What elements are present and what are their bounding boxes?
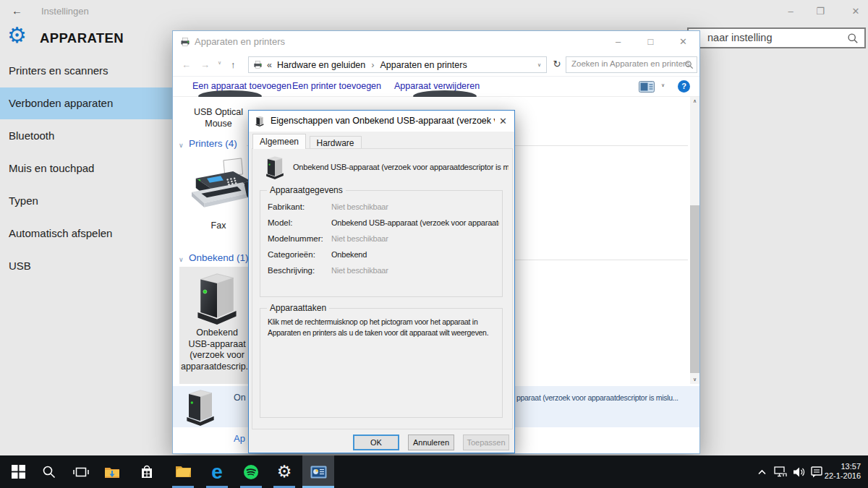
file-explorer-button[interactable] xyxy=(167,455,199,488)
search-icon[interactable] xyxy=(684,60,694,69)
section-collapse-icon[interactable]: ∨ xyxy=(179,142,184,149)
group-apparaatgegevens: Apparaatgegevens Fabrikant: Niet beschik… xyxy=(260,190,503,297)
properties-dialog: Eigenschappen van Onbekend USB-apparaat … xyxy=(248,110,515,453)
refresh-button[interactable]: ↻ xyxy=(550,56,564,73)
nav-history-chevron-icon[interactable]: ∨ xyxy=(218,60,221,66)
dialog-close-button[interactable]: ✕ xyxy=(499,111,507,132)
apply-button[interactable]: Toepassen xyxy=(463,435,509,450)
window-title: Apparaten en printers xyxy=(195,31,285,53)
section-header-onbekend[interactable]: Onbekend (1) xyxy=(189,252,249,263)
device-label-usb-optical-mouse[interactable]: USB Optical Mouse xyxy=(185,107,252,129)
dialog-tab-page: Onbekend USB-apparaat (verzoek voor appa… xyxy=(252,148,513,429)
breadcrumb-hardware-en-geluiden[interactable]: Hardware en geluiden xyxy=(277,60,365,70)
unknown-device-tile[interactable]: Onbekend USB-apparaat (verzoek voor appa… xyxy=(179,267,255,384)
help-button[interactable]: ? xyxy=(678,80,690,93)
clock-date: 22-1-2016 xyxy=(820,471,861,481)
nav-back-button[interactable]: ← xyxy=(182,56,191,73)
tray-network-button[interactable] xyxy=(771,455,790,488)
tray-volume-button[interactable] xyxy=(790,455,809,488)
view-options-dropdown-icon[interactable]: ∨ xyxy=(661,82,665,88)
section-header-printers[interactable]: Printers (4) xyxy=(189,138,237,149)
field-value: Onbekend xyxy=(331,250,499,259)
scroll-up-icon[interactable]: ∧ xyxy=(690,98,699,104)
maximize-button[interactable]: □ xyxy=(634,31,667,53)
add-printer-button[interactable]: Een printer toevoegen xyxy=(292,77,381,96)
tray-clock[interactable]: 13:57 22-1-2016 xyxy=(820,462,861,481)
settings-search-value: naar instelling xyxy=(707,32,772,43)
device-category-partial-text: Ap xyxy=(234,433,245,444)
scrollbar-thumb[interactable] xyxy=(690,205,699,373)
label-line: Onbekend xyxy=(179,328,255,339)
navigation-bar: ← → ∨ ↑ « Hardware en geluiden › Apparat… xyxy=(173,53,699,77)
task-view-icon xyxy=(73,466,89,479)
store-button[interactable] xyxy=(131,455,163,488)
downloads-folder-button[interactable] xyxy=(96,455,128,488)
breadcrumb-separator-icon[interactable]: › xyxy=(371,60,374,70)
sidebar-item-printers-en-scanners[interactable]: Printers en scanners xyxy=(9,60,164,82)
explorer-search-input[interactable]: Zoeken in Apparaten en printers xyxy=(566,56,697,73)
settings-search-input[interactable]: naar instelling xyxy=(687,27,866,48)
tray-show-hidden-icons-button[interactable] xyxy=(752,455,771,488)
fax-printer-icon[interactable] xyxy=(187,158,257,218)
selected-device-name-right: pparaat (verzoek voor apparaatdescriptor… xyxy=(516,393,694,402)
taskbar-search-button[interactable] xyxy=(33,455,65,488)
device-label-fax[interactable]: Fax xyxy=(185,221,252,232)
search-icon[interactable] xyxy=(847,33,859,44)
field-value: Niet beschikbaar xyxy=(331,266,499,275)
selected-device-name-left: On xyxy=(234,393,246,403)
section-collapse-icon[interactable]: ∨ xyxy=(179,256,184,263)
sidebar-item-verbonden-apparaten[interactable]: Verbonden apparaten xyxy=(9,93,164,114)
edge-icon: e xyxy=(211,462,223,482)
network-icon xyxy=(774,466,788,478)
sidebar-item-typen[interactable]: Typen xyxy=(9,190,164,212)
sidebar-item-muis-en-touchpad[interactable]: Muis en touchpad xyxy=(9,158,164,179)
settings-app-button[interactable]: ⚙ xyxy=(268,455,300,488)
nav-forward-button[interactable]: → xyxy=(200,56,210,73)
speaker-icon xyxy=(793,466,806,478)
label-line: USB-apparaat xyxy=(179,339,255,351)
sidebar-item-automatisch-afspelen[interactable]: Automatisch afspelen xyxy=(9,223,164,244)
settings-minimize-button[interactable]: – xyxy=(781,4,800,20)
tab-algemeen[interactable]: Algemeen xyxy=(252,134,306,149)
task-view-button[interactable] xyxy=(65,455,97,488)
dialog-tabs: Algemeen Hardware xyxy=(252,134,362,149)
dialog-titlebar[interactable]: Eigenschappen van Onbekend USB-apparaat … xyxy=(249,111,514,132)
close-button[interactable]: ✕ xyxy=(667,31,699,53)
window-controls: – □ ✕ xyxy=(602,31,699,53)
cancel-button[interactable]: Annuleren xyxy=(408,435,454,450)
dialog-device-icon xyxy=(255,116,264,127)
page-title: APPARATEN xyxy=(40,30,124,46)
breadcrumb-apparaten-en-printers[interactable]: Apparaten en printers xyxy=(380,60,537,70)
field-value: Niet beschikbaar xyxy=(331,234,499,243)
settings-close-button[interactable]: ✕ xyxy=(846,4,865,20)
vertical-scrollbar[interactable]: ∧ ∨ xyxy=(690,97,699,384)
minimize-button[interactable]: – xyxy=(602,31,634,53)
start-icon xyxy=(12,465,25,479)
edge-button[interactable]: e xyxy=(201,455,233,488)
settings-window-title: Instellingen xyxy=(41,6,89,17)
sidebar-item-usb[interactable]: USB xyxy=(9,255,164,277)
selected-device-icon xyxy=(185,388,216,426)
downloads-folder-icon xyxy=(104,465,120,479)
address-bar[interactable]: « Hardware en geluiden › Apparaten en pr… xyxy=(248,56,547,73)
start-button[interactable] xyxy=(2,455,34,488)
nav-up-button[interactable]: ↑ xyxy=(231,56,236,73)
taskbar: e ⚙ 13:57 22-1-2016 xyxy=(0,455,868,488)
field-label: Fabrikant: xyxy=(268,202,305,211)
field-label: Model: xyxy=(268,218,293,227)
spotify-button[interactable] xyxy=(235,455,267,488)
group-title: Apparaattaken xyxy=(267,303,329,313)
ok-button[interactable]: OK xyxy=(353,435,399,450)
label-line: (verzoek voor xyxy=(179,350,255,361)
settings-restore-button[interactable]: ❐ xyxy=(811,4,830,20)
gear-icon: ⚙ xyxy=(277,463,292,480)
view-options-icon[interactable] xyxy=(639,81,655,93)
settings-back-button[interactable]: ← xyxy=(12,4,22,17)
sidebar-item-bluetooth[interactable]: Bluetooth xyxy=(9,125,164,147)
address-dropdown-icon[interactable]: ∨ xyxy=(537,62,541,68)
scroll-down-icon[interactable]: ∨ xyxy=(690,377,699,382)
group-apparaattaken: Apparaattaken Klik met de rechtermuiskno… xyxy=(260,308,503,418)
breadcrumb-prefix: « xyxy=(267,60,272,70)
control-panel-button-active[interactable] xyxy=(302,455,334,488)
devices-gear-icon: ⚙ xyxy=(7,25,27,46)
